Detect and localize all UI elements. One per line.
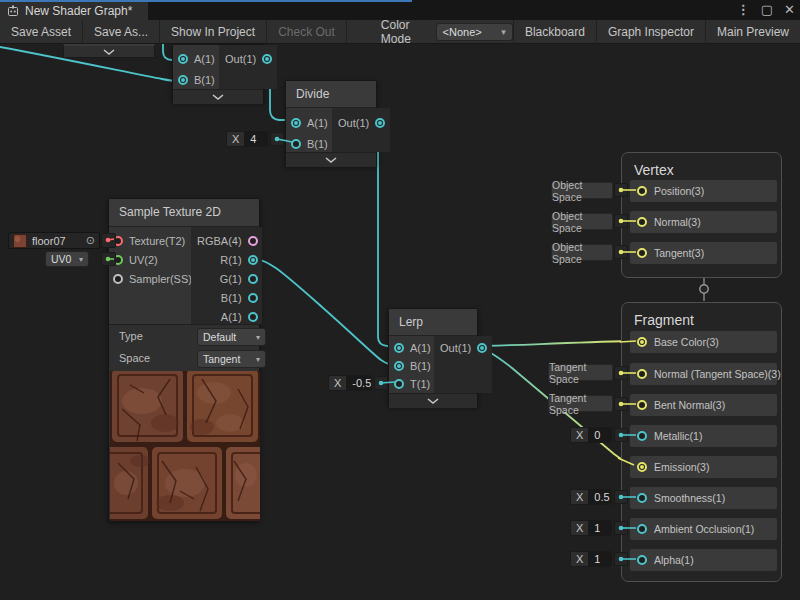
main-preview-toggle[interactable]: Main Preview	[706, 20, 800, 44]
fragment-row-bent-normal[interactable]: Bent Normal(3)	[630, 394, 777, 416]
add-node[interactable]: A(1) B(1) Out(1)	[172, 44, 264, 102]
port-a-out[interactable]	[248, 312, 258, 322]
normal-ts-label: Normal (Tangent Space)(3)	[654, 368, 781, 380]
smoothness-value-field[interactable]: X 0.5	[570, 489, 612, 505]
fragment-row-smoothness[interactable]: Smoothness(1)	[630, 487, 777, 509]
divide-b-connector[interactable]	[270, 132, 284, 146]
shader-graph-icon	[7, 5, 19, 17]
port-sampler-input[interactable]	[113, 274, 123, 284]
port-tangent[interactable]	[637, 248, 647, 258]
maximize-icon[interactable]: ▢	[761, 1, 773, 19]
alpha-value-field[interactable]: X 1	[570, 551, 612, 567]
tangent-label: Tangent(3)	[654, 247, 704, 259]
vertex-row-position[interactable]: Position(3)	[630, 180, 777, 202]
x-value[interactable]: 0.5	[588, 490, 612, 504]
tab-title: New Shader Graph*	[25, 4, 132, 18]
port-b-input[interactable]	[178, 75, 188, 85]
fragment-row-metallic[interactable]: Metallic(1)	[630, 425, 777, 447]
vertex-row-tangent[interactable]: Tangent(3)	[630, 242, 777, 264]
bent-normal-connector[interactable]	[614, 397, 628, 411]
normal-connector[interactable]	[614, 214, 628, 228]
object-picker-icon[interactable]: ⊙	[86, 234, 95, 247]
port-normal-ts[interactable]	[637, 369, 647, 379]
node-expand-bar[interactable]	[173, 89, 263, 104]
port-out[interactable]	[262, 54, 272, 64]
x-value[interactable]: 1	[588, 552, 611, 566]
uv-channel-dropdown[interactable]: UV0 ▾	[45, 251, 89, 267]
port-b-input[interactable]	[291, 139, 301, 149]
blackboard-toggle[interactable]: Blackboard	[514, 20, 596, 44]
node-expand-bar[interactable]	[286, 152, 376, 167]
edge-r-to-lerp-b[interactable]	[251, 258, 394, 364]
port-out[interactable]	[375, 118, 385, 128]
position-connector[interactable]	[614, 183, 628, 197]
x-value[interactable]: 0	[588, 428, 611, 442]
fragment-row-ambient-occlusion[interactable]: Ambient Occlusion(1)	[630, 518, 777, 540]
graph-inspector-toggle[interactable]: Graph Inspector	[597, 20, 705, 44]
x-value[interactable]: -0.5	[346, 376, 372, 390]
ambient-occlusion-connector[interactable]	[614, 521, 628, 535]
port-ambient-occlusion[interactable]	[637, 524, 647, 534]
save-as-button[interactable]: Save As...	[83, 20, 159, 44]
fragment-block[interactable]: Fragment Base Color(3) Normal (Tangent S…	[621, 302, 782, 582]
toolbar: Save Asset Save As... Show In Project Ch…	[0, 20, 800, 44]
x-value[interactable]: 1	[588, 521, 611, 535]
metallic-connector[interactable]	[614, 428, 628, 442]
port-out[interactable]	[477, 343, 487, 353]
texture-connector[interactable]	[101, 233, 116, 248]
menu-icon[interactable]: ⋮	[737, 1, 750, 19]
port-rgba-out[interactable]	[248, 236, 258, 246]
fragment-row-emission[interactable]: Emission(3)	[630, 456, 777, 478]
divide-node[interactable]: Divide A(1) B(1) Out(1)	[285, 80, 377, 166]
metallic-value-field[interactable]: X 0	[570, 427, 612, 443]
space-dropdown[interactable]: Tangent ▾	[197, 350, 266, 368]
texture-object-field[interactable]: floor07 ⊙	[8, 232, 100, 249]
port-a-input[interactable]	[291, 118, 301, 128]
x-value[interactable]: 4	[244, 132, 267, 146]
alpha-connector[interactable]	[614, 552, 628, 566]
edge-lerp-to-basecolor[interactable]	[468, 341, 633, 346]
port-b-out[interactable]	[248, 293, 258, 303]
divide-b-value-field[interactable]: X 4	[226, 131, 268, 147]
space-chip: Tangent Space	[548, 364, 613, 381]
tangent-connector[interactable]	[614, 245, 628, 259]
port-a-input[interactable]	[178, 54, 188, 64]
show-in-project-button[interactable]: Show In Project	[160, 20, 266, 44]
sample-texture-2d-node[interactable]: Sample Texture 2D Texture(T2) UV(2) Samp…	[108, 198, 260, 521]
port-r-out[interactable]	[248, 255, 258, 265]
smoothness-label: Smoothness(1)	[654, 492, 725, 504]
lerp-node[interactable]: Lerp A(1) B(1) T(1) Out(1)	[388, 308, 478, 406]
vertex-block[interactable]: Vertex Position(3) Normal(3) Tangent(3)	[621, 152, 782, 278]
save-asset-button[interactable]: Save Asset	[0, 20, 82, 44]
port-b-input[interactable]	[394, 361, 404, 371]
node-expand-bar[interactable]	[389, 393, 477, 408]
port-metallic[interactable]	[637, 431, 647, 441]
port-t-input[interactable]	[394, 379, 404, 389]
smoothness-connector[interactable]	[614, 490, 628, 504]
fragment-row-alpha[interactable]: Alpha(1)	[630, 549, 777, 571]
ambient-occlusion-value-field[interactable]: X 1	[570, 520, 612, 536]
port-emission[interactable]	[637, 462, 647, 472]
collapsed-node-chevron-bar[interactable]	[63, 44, 155, 58]
normal-ts-connector[interactable]	[614, 366, 628, 380]
port-bent-normal[interactable]	[637, 400, 647, 410]
port-alpha[interactable]	[637, 555, 647, 565]
lerp-t-connector[interactable]	[374, 376, 388, 390]
port-position[interactable]	[637, 186, 647, 196]
fragment-row-normal-ts[interactable]: Normal (Tangent Space)(3)	[630, 363, 777, 385]
port-a-input[interactable]	[394, 343, 404, 353]
type-dropdown[interactable]: Default ▾	[197, 328, 266, 346]
color-mode-dropdown[interactable]: <None> ▾	[436, 23, 513, 41]
port-g-out[interactable]	[248, 274, 258, 284]
port-smoothness[interactable]	[637, 493, 647, 503]
port-normal[interactable]	[637, 217, 647, 227]
vertex-row-normal[interactable]: Normal(3)	[630, 211, 777, 233]
close-icon[interactable]: ✕	[784, 1, 795, 19]
tab-new-shader-graph[interactable]: New Shader Graph*	[0, 2, 148, 20]
lerp-t-value-field[interactable]: X -0.5	[328, 375, 372, 391]
port-base-color[interactable]	[637, 337, 647, 347]
fragment-row-base-color[interactable]: Base Color(3)	[630, 331, 777, 353]
check-out-button[interactable]: Check Out	[267, 20, 346, 44]
texture-thumbnail	[13, 234, 27, 248]
uv-connector[interactable]	[101, 252, 116, 266]
